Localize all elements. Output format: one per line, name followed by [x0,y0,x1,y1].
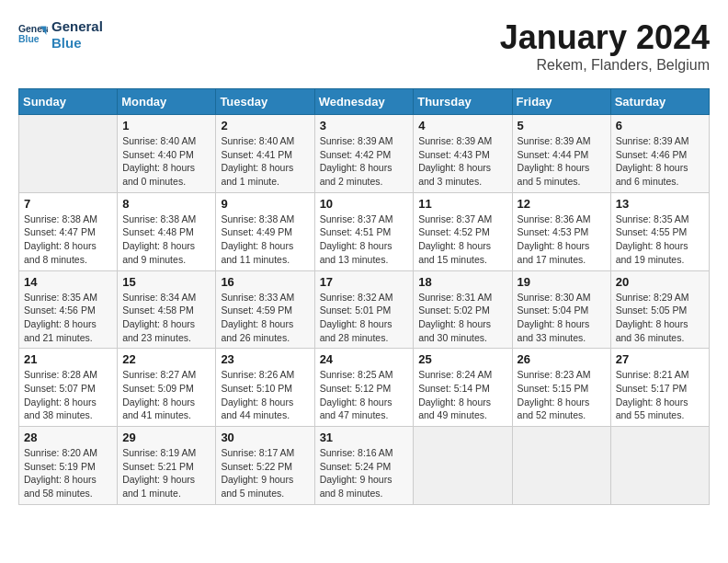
header-tuesday: Tuesday [216,89,314,115]
header-wednesday: Wednesday [314,89,414,115]
calendar-cell: 23Sunrise: 8:26 AMSunset: 5:10 PMDayligh… [216,349,314,427]
day-number: 4 [418,119,506,132]
day-info: Sunrise: 8:39 AMSunset: 4:44 PMDaylight:… [518,134,606,189]
page-title: January 2024 [500,18,710,57]
calendar-week-3: 14Sunrise: 8:35 AMSunset: 4:56 PMDayligh… [19,270,710,349]
day-number: 9 [221,197,309,211]
day-info: Sunrise: 8:39 AMSunset: 4:43 PMDaylight:… [418,134,506,189]
page-header: General Blue General Blue January 2024 R… [18,18,710,74]
calendar-body: 1Sunrise: 8:40 AMSunset: 4:40 PMDaylight… [19,115,710,505]
calendar-cell: 25Sunrise: 8:24 AMSunset: 5:14 PMDayligh… [414,349,512,427]
day-info: Sunrise: 8:37 AMSunset: 4:52 PMDaylight:… [418,213,506,267]
day-info: Sunrise: 8:34 AMSunset: 4:58 PMDaylight:… [122,291,210,345]
day-number: 6 [616,119,704,132]
header-sunday: Sunday [19,89,118,115]
calendar-cell: 13Sunrise: 8:35 AMSunset: 4:55 PMDayligh… [610,192,709,270]
day-number: 7 [24,197,112,211]
day-info: Sunrise: 8:35 AMSunset: 4:56 PMDaylight:… [24,291,112,345]
calendar-cell: 26Sunrise: 8:23 AMSunset: 5:15 PMDayligh… [512,349,610,427]
day-number: 14 [24,275,112,289]
calendar-table: Sunday Monday Tuesday Wednesday Thursday… [18,88,710,505]
header-row: Sunday Monday Tuesday Wednesday Thursday… [19,89,710,115]
calendar-cell: 27Sunrise: 8:21 AMSunset: 5:17 PMDayligh… [610,349,709,427]
calendar-week-4: 21Sunrise: 8:28 AMSunset: 5:07 PMDayligh… [19,349,710,427]
day-number: 5 [518,119,606,132]
day-number: 27 [616,352,704,366]
calendar-cell: 1Sunrise: 8:40 AMSunset: 4:40 PMDaylight… [118,115,216,193]
day-info: Sunrise: 8:17 AMSunset: 5:22 PMDaylight:… [221,446,309,500]
calendar-week-2: 7Sunrise: 8:38 AMSunset: 4:47 PMDaylight… [19,192,710,270]
calendar-cell [512,427,610,505]
logo-text-general: General [51,18,103,35]
header-saturday: Saturday [610,89,709,115]
day-info: Sunrise: 8:16 AMSunset: 5:24 PMDaylight:… [320,446,409,500]
day-info: Sunrise: 8:40 AMSunset: 4:41 PMDaylight:… [221,134,309,189]
day-number: 13 [616,197,704,211]
day-number: 20 [616,275,704,289]
day-number: 15 [122,275,210,289]
calendar-cell [414,427,512,505]
day-info: Sunrise: 8:33 AMSunset: 4:59 PMDaylight:… [221,291,309,345]
calendar-cell: 11Sunrise: 8:37 AMSunset: 4:52 PMDayligh… [414,192,512,270]
day-info: Sunrise: 8:24 AMSunset: 5:14 PMDaylight:… [418,368,506,422]
day-number: 29 [122,431,210,444]
calendar-cell: 17Sunrise: 8:32 AMSunset: 5:01 PMDayligh… [314,270,414,349]
day-number: 22 [122,352,210,366]
day-number: 25 [418,352,506,366]
day-info: Sunrise: 8:39 AMSunset: 4:46 PMDaylight:… [616,134,704,189]
page-subtitle: Rekem, Flanders, Belgium [500,57,710,74]
calendar-cell: 20Sunrise: 8:29 AMSunset: 5:05 PMDayligh… [610,270,709,349]
logo-text-blue: Blue [51,35,103,52]
day-number: 31 [320,431,409,444]
calendar-week-5: 28Sunrise: 8:20 AMSunset: 5:19 PMDayligh… [19,427,710,505]
calendar-cell [19,115,118,193]
day-info: Sunrise: 8:19 AMSunset: 5:21 PMDaylight:… [122,446,210,500]
calendar-cell: 28Sunrise: 8:20 AMSunset: 5:19 PMDayligh… [19,427,118,505]
calendar-cell: 12Sunrise: 8:36 AMSunset: 4:53 PMDayligh… [512,192,610,270]
calendar-cell: 15Sunrise: 8:34 AMSunset: 4:58 PMDayligh… [118,270,216,349]
calendar-cell: 4Sunrise: 8:39 AMSunset: 4:43 PMDaylight… [414,115,512,193]
title-block: January 2024 Rekem, Flanders, Belgium [500,18,710,74]
day-info: Sunrise: 8:30 AMSunset: 5:04 PMDaylight:… [518,291,606,345]
calendar-cell: 2Sunrise: 8:40 AMSunset: 4:41 PMDaylight… [216,115,314,193]
day-number: 23 [221,352,309,366]
calendar-cell: 6Sunrise: 8:39 AMSunset: 4:46 PMDaylight… [610,115,709,193]
header-friday: Friday [512,89,610,115]
calendar-cell: 10Sunrise: 8:37 AMSunset: 4:51 PMDayligh… [314,192,414,270]
calendar-cell: 31Sunrise: 8:16 AMSunset: 5:24 PMDayligh… [314,427,414,505]
day-number: 21 [24,352,112,366]
day-number: 26 [518,352,606,366]
calendar-cell: 18Sunrise: 8:31 AMSunset: 5:02 PMDayligh… [414,270,512,349]
calendar-week-1: 1Sunrise: 8:40 AMSunset: 4:40 PMDaylight… [19,115,710,193]
day-number: 19 [518,275,606,289]
day-info: Sunrise: 8:38 AMSunset: 4:48 PMDaylight:… [122,213,210,267]
day-info: Sunrise: 8:21 AMSunset: 5:17 PMDaylight:… [616,368,704,422]
day-number: 12 [518,197,606,211]
calendar-cell: 30Sunrise: 8:17 AMSunset: 5:22 PMDayligh… [216,427,314,505]
day-info: Sunrise: 8:37 AMSunset: 4:51 PMDaylight:… [320,213,409,267]
day-info: Sunrise: 8:28 AMSunset: 5:07 PMDaylight:… [24,368,112,422]
calendar-cell: 8Sunrise: 8:38 AMSunset: 4:48 PMDaylight… [118,192,216,270]
calendar-cell [610,427,709,505]
day-info: Sunrise: 8:29 AMSunset: 5:05 PMDaylight:… [616,291,704,345]
day-number: 16 [221,275,309,289]
header-thursday: Thursday [414,89,512,115]
day-number: 28 [24,431,112,444]
day-number: 30 [221,431,309,444]
day-number: 17 [320,275,409,289]
calendar-cell: 5Sunrise: 8:39 AMSunset: 4:44 PMDaylight… [512,115,610,193]
day-number: 1 [122,119,210,132]
day-number: 10 [320,197,409,211]
calendar-cell: 21Sunrise: 8:28 AMSunset: 5:07 PMDayligh… [19,349,118,427]
calendar-cell: 19Sunrise: 8:30 AMSunset: 5:04 PMDayligh… [512,270,610,349]
day-info: Sunrise: 8:32 AMSunset: 5:01 PMDaylight:… [320,291,409,345]
calendar-cell: 7Sunrise: 8:38 AMSunset: 4:47 PMDaylight… [19,192,118,270]
day-info: Sunrise: 8:25 AMSunset: 5:12 PMDaylight:… [320,368,409,422]
calendar-cell: 9Sunrise: 8:38 AMSunset: 4:49 PMDaylight… [216,192,314,270]
calendar-cell: 16Sunrise: 8:33 AMSunset: 4:59 PMDayligh… [216,270,314,349]
day-info: Sunrise: 8:31 AMSunset: 5:02 PMDaylight:… [418,291,506,345]
day-number: 18 [418,275,506,289]
day-info: Sunrise: 8:39 AMSunset: 4:42 PMDaylight:… [320,134,409,189]
calendar-cell: 24Sunrise: 8:25 AMSunset: 5:12 PMDayligh… [314,349,414,427]
day-info: Sunrise: 8:38 AMSunset: 4:47 PMDaylight:… [24,213,112,267]
